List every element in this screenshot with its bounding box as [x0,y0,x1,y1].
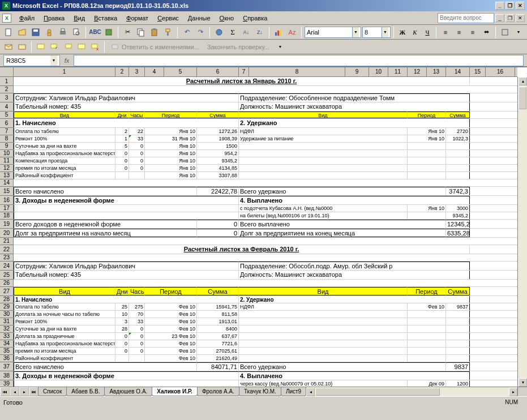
scroll-down-icon[interactable]: ▾ [519,378,527,387]
row-header[interactable]: 25 [0,271,13,280]
col-header[interactable]: 4 [145,67,164,76]
col-header[interactable]: 8 [249,67,345,76]
row-header[interactable]: 34 [0,340,13,348]
new-icon[interactable] [2,26,15,38]
row-header[interactable]: 2 [0,86,13,93]
select-all-corner[interactable] [0,67,14,77]
menu-Вставка[interactable]: Вставка [89,14,122,23]
row-header[interactable]: 33 [0,333,13,340]
bold-button[interactable]: Ж [397,27,408,38]
menu-Справка[interactable]: Справка [238,14,272,23]
mdi-restore[interactable]: ❐ [505,14,515,22]
sheet-tab[interactable]: Халиков И.Р. [152,387,198,396]
format-painter-icon[interactable] [162,26,174,38]
more-icon[interactable]: ▼ [512,26,525,38]
col-header[interactable]: 10 [369,67,388,76]
tab-last-icon[interactable]: ⏭ [29,387,38,396]
row-header[interactable]: 6 [0,119,13,128]
col-header[interactable]: 6 [197,67,239,76]
col-header[interactable]: 7 [239,67,249,76]
tab-first-icon[interactable]: ⏮ [0,387,10,396]
merge-icon[interactable]: ⬌ [480,26,492,38]
formula-input[interactable] [74,55,524,66]
cells-area[interactable]: Расчетный листок за Январь 2010 г.Сотруд… [14,77,517,387]
open-icon[interactable] [16,26,28,38]
sheet-tab[interactable]: Список [38,387,67,396]
paste-icon[interactable] [148,26,161,38]
spreadsheet-grid[interactable]: 123456789101112131415161718 123456789101… [0,67,527,396]
tab-prev-icon[interactable]: ◂ [10,387,19,396]
send-review-icon[interactable] [16,41,28,53]
cut-icon[interactable]: ✂ [121,26,134,38]
borders-icon[interactable] [499,26,511,38]
row-header[interactable]: 20 [0,229,13,238]
row-header[interactable]: 27 [0,287,13,296]
italic-button[interactable]: К [409,27,421,38]
font-size-combo[interactable]: 8▼ [362,27,391,38]
sort-desc-icon[interactable]: Z↓ [254,26,266,38]
row-header[interactable]: 15 [0,187,13,196]
menu-Вид[interactable]: Вид [69,14,89,23]
comment-next-icon[interactable] [62,41,74,53]
save-icon[interactable] [29,26,42,38]
row-header[interactable]: 19 [0,220,13,229]
row-header[interactable]: 21 [0,238,13,245]
col-header[interactable]: 2 [115,67,129,76]
row-header[interactable]: 18 [0,212,13,220]
sheet-tab[interactable]: Авдюшев О.А. [104,387,152,396]
row-header[interactable]: 36 [0,355,13,362]
row-header[interactable]: 5 [0,112,13,119]
col-header[interactable]: 13 [427,67,446,76]
print-icon[interactable] [57,26,69,38]
row-header[interactable]: 3 [0,93,13,102]
font-name-combo[interactable]: Arial▼ [305,27,361,38]
row-header[interactable]: 8 [0,135,13,143]
column-headers[interactable]: 123456789101112131415161718 [14,67,517,77]
workbook-icon[interactable]: X [2,14,11,23]
col-header[interactable]: 1 [14,67,115,76]
chart-icon[interactable] [272,26,285,38]
row-headers[interactable]: 1234567891011121314151617181920212223242… [0,77,14,387]
more2-icon[interactable]: ▼ [274,41,286,53]
permission-icon[interactable] [43,26,55,38]
vscroll-thumb[interactable] [519,87,526,109]
hyperlink-icon[interactable] [213,26,225,38]
col-header[interactable]: 11 [388,67,408,76]
row-header[interactable]: 9 [0,143,13,150]
col-header[interactable]: 14 [446,67,470,76]
align-center-icon[interactable]: ≡ [453,26,465,38]
col-header[interactable]: 15 [470,67,486,76]
row-header[interactable]: 24 [0,262,13,271]
col-header[interactable]: 12 [408,67,427,76]
col-header[interactable]: 17 [515,67,527,76]
row-header[interactable]: 26 [0,280,13,287]
copy-icon[interactable] [135,26,147,38]
ask-question-input[interactable] [438,13,494,23]
row-header[interactable]: 17 [0,205,13,212]
menu-Окно[interactable]: Окно [215,14,239,23]
fx-icon[interactable]: fx [60,57,74,64]
row-header[interactable]: 37 [0,362,13,371]
comment-new-icon[interactable] [35,41,47,53]
row-header[interactable]: 1 [0,77,13,86]
row-header[interactable]: 4 [0,102,13,112]
menu-Формат[interactable]: Формат [122,14,153,23]
comment-prev-icon[interactable] [48,41,61,53]
sheet-tab[interactable]: Фролов А.А. [197,387,239,396]
row-header[interactable]: 13 [0,172,13,179]
name-box[interactable]: R38C5▼ [3,55,60,66]
row-header[interactable]: 29 [0,303,13,311]
menu-Сервис[interactable]: Сервис [153,14,183,23]
row-header[interactable]: 23 [0,254,13,262]
row-header[interactable]: 35 [0,348,13,355]
row-header[interactable]: 31 [0,318,13,325]
menu-Файл[interactable]: Файл [15,14,39,23]
row-header[interactable]: 16 [0,196,13,205]
row-header[interactable]: 7 [0,128,13,135]
row-header[interactable]: 12 [0,165,13,172]
col-header[interactable]: 9 [345,67,369,76]
preview-icon[interactable] [70,26,83,38]
sort-asc-icon[interactable]: A↓ [240,26,252,38]
send-icon[interactable] [2,41,15,53]
undo-icon[interactable]: ↶ [181,26,193,38]
